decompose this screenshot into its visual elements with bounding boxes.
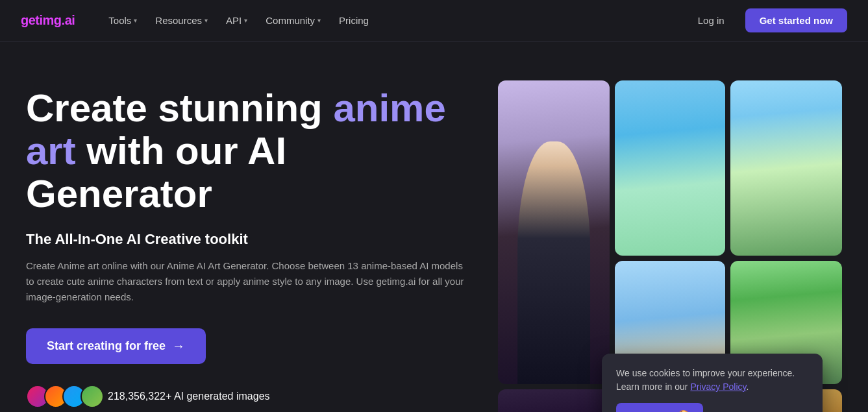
cookie-suffix: . — [747, 382, 749, 392]
hero-title: Create stunning anime art with our AI Ge… — [26, 87, 480, 215]
cookie-icon: 🍪 — [677, 409, 690, 412]
chevron-down-icon: ▾ — [134, 17, 137, 24]
logo-text: getimg.ai — [21, 13, 75, 27]
hero-title-part1: Create stunning — [26, 86, 333, 130]
nav-links: Tools ▾ Resources ▾ API ▾ Community ▾ Pr… — [101, 10, 687, 31]
anime-image-1 — [498, 80, 610, 384]
chevron-down-icon: ▾ — [317, 17, 321, 24]
cta-label: Start creating for free — [47, 339, 166, 353]
avatar — [81, 385, 104, 408]
arrow-icon: → — [172, 339, 185, 354]
navigation: getimg.ai Tools ▾ Resources ▾ API ▾ Comm… — [0, 0, 868, 42]
social-proof: 218,356,322+ AI generated images — [26, 385, 480, 408]
nav-item-api[interactable]: API ▾ — [218, 10, 255, 31]
nav-item-community[interactable]: Community ▾ — [258, 10, 329, 31]
get-started-button[interactable]: Get started now — [745, 8, 847, 32]
main-content: Create stunning anime art with our AI Ge… — [0, 42, 868, 412]
accept-cookies-button[interactable]: Accept all 🍪 — [616, 403, 703, 412]
nav-pricing-label: Pricing — [339, 15, 369, 26]
avatar-group — [26, 385, 99, 408]
nav-tools-label: Tools — [108, 15, 131, 26]
anime-image-3 — [730, 80, 842, 256]
hero-left: Create stunning anime art with our AI Ge… — [26, 80, 480, 408]
social-proof-text: 218,356,322+ AI generated images — [108, 391, 270, 402]
login-button[interactable]: Log in — [688, 10, 735, 31]
cookie-banner: We use cookies to improve your experienc… — [602, 354, 823, 412]
nav-item-resources[interactable]: Resources ▾ — [147, 10, 216, 31]
chevron-down-icon: ▾ — [244, 17, 247, 24]
nav-community-label: Community — [266, 15, 315, 26]
nav-api-label: API — [226, 15, 242, 26]
nav-item-tools[interactable]: Tools ▾ — [101, 10, 145, 31]
anime-image-2 — [615, 80, 725, 256]
cookie-text: We use cookies to improve your experienc… — [616, 367, 808, 394]
privacy-policy-link[interactable]: Privacy Policy — [690, 382, 746, 392]
chevron-down-icon: ▾ — [205, 17, 208, 24]
cta-button[interactable]: Start creating for free → — [26, 328, 206, 364]
nav-resources-label: Resources — [155, 15, 202, 26]
anime-image-4 — [498, 389, 610, 412]
hero-subtitle: The All-In-One AI Creative toolkit — [26, 231, 480, 248]
hero-description: Create Anime art online with our Anime A… — [26, 258, 467, 305]
nav-item-pricing[interactable]: Pricing — [331, 10, 377, 31]
logo[interactable]: getimg.ai — [21, 13, 75, 28]
nav-right: Log in Get started now — [688, 8, 847, 32]
